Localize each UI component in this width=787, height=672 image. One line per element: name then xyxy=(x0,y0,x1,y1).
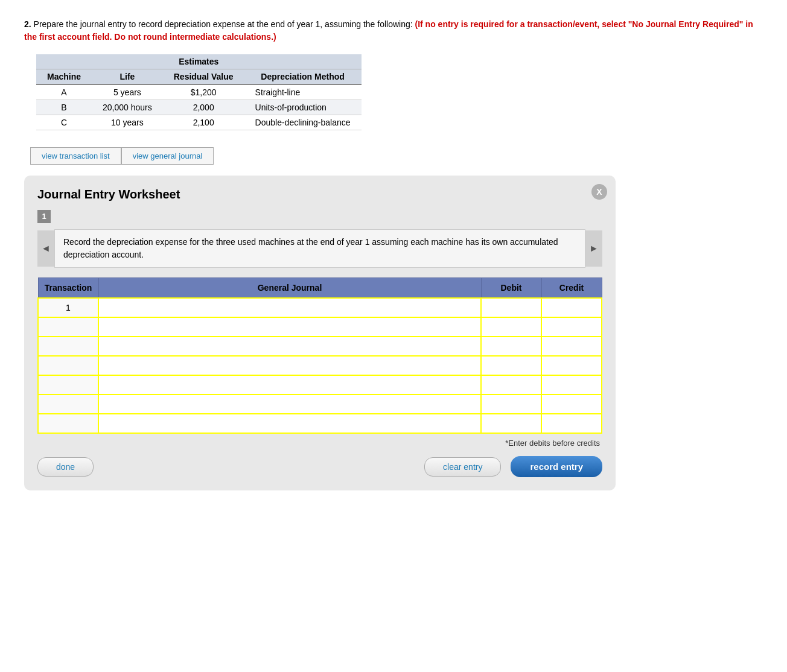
general-journal-input[interactable] xyxy=(103,340,477,352)
estimates-table: Estimates MachineLifeResidual ValueDepre… xyxy=(36,54,362,130)
instruction-row: ◄ Record the depreciation expense for th… xyxy=(37,229,602,268)
estimates-cell: Units-of-production xyxy=(244,100,362,115)
done-button[interactable]: done xyxy=(37,457,94,477)
clear-entry-button[interactable]: clear entry xyxy=(424,457,501,477)
journal-table: TransactionGeneral JournalDebitCredit 1 xyxy=(37,277,602,434)
view-general-journal-button[interactable]: view general journal xyxy=(121,147,214,165)
journal-table-row xyxy=(38,337,602,356)
journal-table-row xyxy=(38,395,602,414)
credit-input[interactable] xyxy=(546,360,597,372)
journal-col-header: Transaction xyxy=(38,278,98,299)
credit-input[interactable] xyxy=(546,302,597,314)
estimates-header-span: Estimates xyxy=(36,54,362,69)
general-journal-input[interactable] xyxy=(103,379,477,391)
estimates-cell: 2,000 xyxy=(163,100,244,115)
journal-col-header: Debit xyxy=(481,278,541,299)
estimates-cell: A xyxy=(36,84,92,100)
general-journal-input[interactable] xyxy=(103,302,477,314)
estimates-col-header: Machine xyxy=(36,69,92,85)
estimates-row: B20,000 hours2,000Units-of-production xyxy=(36,100,362,115)
debit-input[interactable] xyxy=(485,340,537,352)
nav-next-button[interactable]: ► xyxy=(585,230,602,267)
estimates-col-header: Life xyxy=(92,69,163,85)
transaction-cell xyxy=(38,317,98,337)
transaction-cell xyxy=(38,375,98,395)
estimates-cell: 20,000 hours xyxy=(92,100,163,115)
enter-note: *Enter debits before credits xyxy=(37,439,602,448)
question-number: 2. xyxy=(24,19,31,29)
credit-input[interactable] xyxy=(546,379,597,391)
instruction-text: Record the depreciation expense for the … xyxy=(54,229,585,268)
credit-input[interactable] xyxy=(546,340,597,352)
general-journal-input[interactable] xyxy=(103,321,477,333)
credit-input[interactable] xyxy=(546,398,597,410)
transaction-cell xyxy=(38,356,98,375)
debit-input[interactable] xyxy=(485,360,537,372)
question-main-text: Prepare the journal entry to record depr… xyxy=(34,19,413,29)
credit-input[interactable] xyxy=(546,417,597,430)
worksheet-panel: Journal Entry Worksheet X 1 ◄ Record the… xyxy=(24,176,616,490)
transaction-cell xyxy=(38,337,98,356)
action-buttons: view transaction list view general journ… xyxy=(30,147,763,165)
estimates-cell: Double-declining-balance xyxy=(244,115,362,130)
journal-table-row xyxy=(38,414,602,433)
close-button[interactable]: X xyxy=(591,184,607,200)
nav-prev-button[interactable]: ◄ xyxy=(37,230,54,267)
journal-col-header: General Journal xyxy=(98,278,481,299)
transaction-cell xyxy=(38,414,98,433)
bottom-buttons: done clear entry record entry xyxy=(37,456,602,477)
record-entry-button[interactable]: record entry xyxy=(511,456,602,477)
general-journal-input[interactable] xyxy=(103,417,477,430)
journal-table-row xyxy=(38,317,602,337)
credit-input[interactable] xyxy=(546,321,597,333)
estimates-row: C10 years2,100Double-declining-balance xyxy=(36,115,362,130)
estimates-cell: 2,100 xyxy=(163,115,244,130)
journal-col-header: Credit xyxy=(541,278,602,299)
estimates-cell: C xyxy=(36,115,92,130)
estimates-cell: 10 years xyxy=(92,115,163,130)
debit-input[interactable] xyxy=(485,379,537,391)
debit-input[interactable] xyxy=(485,302,537,314)
estimates-section: Estimates MachineLifeResidual ValueDepre… xyxy=(24,54,763,130)
general-journal-input[interactable] xyxy=(103,360,477,372)
estimates-cell: B xyxy=(36,100,92,115)
general-journal-input[interactable] xyxy=(103,398,477,410)
debit-input[interactable] xyxy=(485,398,537,410)
transaction-cell: 1 xyxy=(38,298,98,317)
journal-table-row xyxy=(38,375,602,395)
debit-input[interactable] xyxy=(485,417,537,430)
estimates-row: A5 years$1,200Straight-line xyxy=(36,84,362,100)
estimates-cell: 5 years xyxy=(92,84,163,100)
estimates-cell: Straight-line xyxy=(244,84,362,100)
worksheet-title: Journal Entry Worksheet xyxy=(37,188,602,201)
estimates-cell: $1,200 xyxy=(163,84,244,100)
view-transaction-list-button[interactable]: view transaction list xyxy=(30,147,121,165)
journal-table-row: 1 xyxy=(38,298,602,317)
estimates-col-header: Depreciation Method xyxy=(244,69,362,85)
debit-input[interactable] xyxy=(485,321,537,333)
question-header: 2. Prepare the journal entry to record d… xyxy=(24,18,763,43)
estimates-col-header: Residual Value xyxy=(163,69,244,85)
transaction-cell xyxy=(38,395,98,414)
step-indicator: 1 xyxy=(37,210,51,223)
journal-table-row xyxy=(38,356,602,375)
